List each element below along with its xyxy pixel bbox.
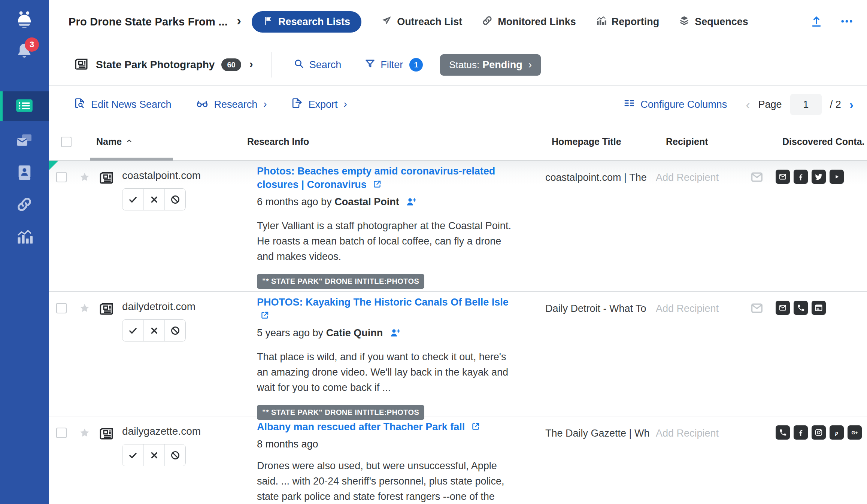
row-checkbox[interactable] <box>56 428 67 438</box>
phone-icon[interactable] <box>776 425 790 440</box>
add-person-icon[interactable] <box>389 327 401 341</box>
article-link[interactable]: Photos: Beaches empty amid coronavirus-r… <box>257 166 495 190</box>
sidebar-item-links[interactable] <box>0 190 49 220</box>
tab-reporting[interactable]: Reporting <box>595 15 660 29</box>
article-age: 5 years ago by <box>257 327 326 338</box>
sidebar-item-outreach[interactable] <box>0 126 49 156</box>
tab-outreach-list[interactable]: Outreach List <box>381 15 462 29</box>
article-link[interactable]: PHOTOS: Kayaking The Historic Canals Of … <box>257 297 509 321</box>
notifications-button[interactable]: 3 <box>0 40 49 63</box>
phone-icon[interactable] <box>794 301 808 315</box>
page-number-input[interactable] <box>790 94 822 115</box>
select-all-checkbox[interactable] <box>61 137 72 147</box>
search-label: Search <box>309 59 342 71</box>
discovered-contacts-cell <box>764 301 867 416</box>
approve-button[interactable] <box>122 320 143 341</box>
next-page-icon[interactable]: › <box>849 97 854 112</box>
export-menu-button[interactable]: Export › <box>291 97 347 112</box>
paper-plane-icon <box>381 15 392 29</box>
instagram-icon[interactable] <box>812 425 826 440</box>
tab-research-lists[interactable]: Research Lists <box>252 11 361 33</box>
email-contact-icon[interactable] <box>776 170 790 184</box>
tab-label: Sequences <box>695 16 748 28</box>
status-filter-button[interactable]: Status: Pending › <box>440 54 541 76</box>
add-person-icon[interactable] <box>406 196 417 210</box>
search-button[interactable]: Search <box>293 58 342 72</box>
sidebar-item-research-lists[interactable] <box>0 91 49 121</box>
website-domain[interactable]: dailydetroit.com <box>122 301 257 313</box>
reject-button[interactable] <box>143 320 164 341</box>
youtube-icon[interactable] <box>830 170 844 184</box>
tab-monitored-links[interactable]: Monitored Links <box>482 15 576 29</box>
columns-icon <box>623 97 635 112</box>
reject-button[interactable] <box>143 189 164 210</box>
chevron-right-icon: › <box>344 98 347 110</box>
column-header-recipient[interactable]: Recipient <box>666 136 708 147</box>
facebook-icon[interactable] <box>794 425 808 440</box>
facebook-icon[interactable] <box>794 170 808 184</box>
approve-button[interactable] <box>122 189 143 210</box>
chevron-right-icon[interactable]: › <box>237 13 241 29</box>
article-author: Catie Quinn <box>326 327 383 338</box>
top-bar-actions <box>810 15 854 30</box>
external-link-icon <box>471 421 481 435</box>
add-recipient-field[interactable]: Add Recipient <box>656 172 746 183</box>
website-domain[interactable]: dailygazette.com <box>122 425 257 437</box>
tab-sequences[interactable]: Sequences <box>679 15 748 29</box>
list-selector[interactable]: State Park Photography 60 › <box>73 56 253 73</box>
pinterest-icon[interactable] <box>830 425 844 440</box>
contact-card-icon[interactable] <box>812 301 826 315</box>
previous-page-icon[interactable]: ‹ <box>746 97 750 112</box>
chevron-right-icon: › <box>528 59 532 71</box>
column-header-name[interactable]: Name <box>96 136 133 147</box>
article-link[interactable]: Albany man rescued after Thacher Park fa… <box>257 421 481 432</box>
link-icon <box>16 196 33 215</box>
email-outline-icon[interactable] <box>749 301 764 317</box>
favorite-star-icon[interactable] <box>79 300 98 416</box>
glasses-icon <box>195 97 209 113</box>
research-menu-button[interactable]: Research › <box>195 97 267 113</box>
block-button[interactable] <box>164 320 185 341</box>
list-icon <box>15 96 34 116</box>
newspaper-icon <box>98 169 122 291</box>
row-checkbox[interactable] <box>56 303 67 313</box>
article-description: That place is wild, and if you want to c… <box>257 349 519 395</box>
configure-columns-button[interactable]: Configure Columns <box>623 97 727 112</box>
edit-news-search-button[interactable]: Edit News Search <box>73 97 172 112</box>
filter-button[interactable]: Filter 1 <box>364 58 423 72</box>
add-recipient-field[interactable]: Add Recipient <box>656 428 764 439</box>
twitter-icon[interactable] <box>812 170 826 184</box>
email-outline-icon[interactable] <box>749 170 764 186</box>
reject-button[interactable] <box>143 444 164 466</box>
page-label: Page <box>758 99 782 110</box>
sidebar-item-reports[interactable] <box>0 222 49 252</box>
upload-icon[interactable] <box>810 15 823 29</box>
article-age: 6 months ago by <box>257 196 334 207</box>
table-row: dailygazette.com Albany man rescued afte… <box>49 416 867 504</box>
google-plus-icon[interactable] <box>848 425 862 440</box>
project-title[interactable]: Pro Drone State Parks From ... <box>69 16 228 28</box>
newspaper-icon <box>98 300 122 416</box>
block-button[interactable] <box>164 189 185 210</box>
more-menu-icon[interactable] <box>840 15 854 30</box>
email-contact-icon[interactable] <box>776 301 790 315</box>
website-domain[interactable]: coastalpoint.com <box>122 170 257 182</box>
approve-button[interactable] <box>122 444 143 466</box>
row-checkbox[interactable] <box>56 172 67 182</box>
column-header-homepage-title[interactable]: Homepage Title <box>552 136 621 147</box>
column-header-research-info[interactable]: Research Info <box>247 136 309 147</box>
add-recipient-field[interactable]: Add Recipient <box>656 303 746 315</box>
favorite-star-icon[interactable] <box>79 425 98 504</box>
favorite-star-icon[interactable] <box>79 169 98 291</box>
homepage-title-cell: coastalpoint.com | The <box>545 172 656 291</box>
tab-label: Monitored Links <box>498 16 576 28</box>
bar-chart-icon <box>595 15 607 29</box>
sidebar-item-contacts[interactable] <box>0 158 49 188</box>
status-prefix: Status: <box>449 59 479 71</box>
buzzstream-logo[interactable] <box>0 9 49 32</box>
table-header: Name Research Info Homepage Title Recipi… <box>49 123 867 161</box>
header-label: Name <box>96 136 122 147</box>
funnel-icon <box>364 58 376 72</box>
block-button[interactable] <box>164 444 185 466</box>
column-header-discovered-contacts[interactable]: Discovered Conta... <box>782 136 865 147</box>
